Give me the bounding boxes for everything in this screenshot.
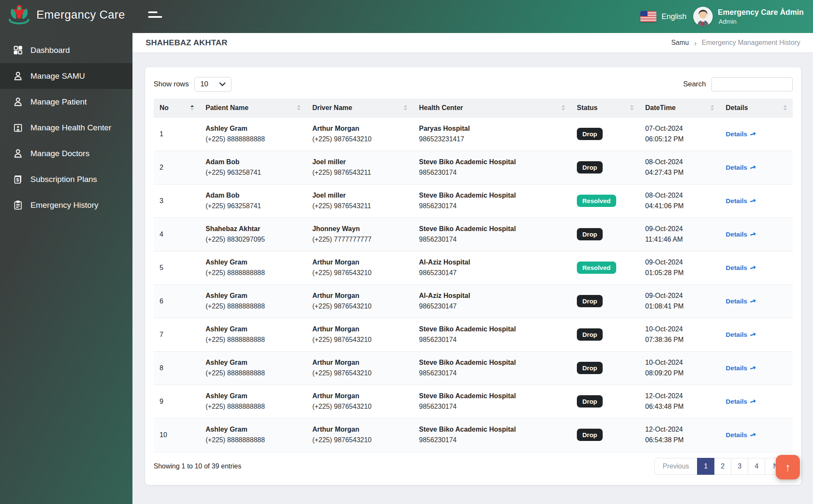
sidebar-item-manage-patient[interactable]: Manage Patient: [0, 89, 132, 115]
sidebar-item-label: Subscription Plans: [30, 175, 97, 184]
top-header: Emergancy Care English Eme: [0, 0, 813, 33]
cell-datetime: 09-Oct-202401:05:28 PM: [639, 251, 720, 284]
column-header-status[interactable]: Status: [571, 99, 639, 117]
cell-patient: Ashley Gram(+225) 8888888888: [200, 284, 306, 318]
details-link[interactable]: Details➞: [726, 297, 756, 306]
cell-status: Resolved: [571, 251, 639, 284]
sidebar-item-dashboard[interactable]: Dashboard: [0, 37, 132, 63]
details-link[interactable]: Details➞: [726, 129, 756, 138]
show-rows-label: Show rows: [154, 80, 189, 88]
scroll-top-button[interactable]: ↑: [776, 455, 800, 479]
table-controls: Show rows 10 Search: [154, 67, 793, 99]
cell-datetime: 09-Oct-202401:08:41 PM: [639, 284, 720, 318]
page-button-4[interactable]: 4: [748, 458, 765, 475]
cell-no: 5: [154, 251, 200, 284]
arrow-right-icon: ➞: [749, 329, 757, 339]
search-input[interactable]: [711, 77, 793, 91]
column-header-details[interactable]: Details: [720, 99, 793, 117]
page-button-2[interactable]: 2: [714, 458, 731, 475]
column-header-datetime[interactable]: DateTime: [639, 99, 720, 117]
cell-datetime: 08-Oct-202404:41:06 PM: [639, 184, 720, 218]
details-link[interactable]: Details➞: [726, 230, 756, 239]
user-avatar: [693, 7, 713, 26]
sidebar-item-subscription-plans[interactable]: $ Subscription Plans: [0, 166, 132, 192]
status-badge: Drop: [577, 395, 603, 408]
details-link[interactable]: Details➞: [726, 397, 756, 406]
details-link[interactable]: Details➞: [726, 196, 756, 205]
sidebar-item-manage-doctors[interactable]: Manage Doctors: [0, 140, 132, 166]
cell-patient: Adam Bob(+225) 963258741: [200, 184, 306, 218]
content-area: Show rows 10 Search No P: [132, 52, 813, 504]
details-link[interactable]: Details➞: [726, 163, 756, 172]
breadcrumb-parent[interactable]: Samu: [671, 39, 689, 47]
cell-health-center: Steve Biko Academic Hospital9856230174: [413, 385, 571, 418]
cell-driver: Joel miller(+225) 9876543211: [306, 151, 413, 184]
status-badge: Drop: [577, 295, 603, 307]
cell-datetime: 09-Oct-202411:41:46 AM: [639, 218, 720, 251]
hospital-icon: [13, 122, 23, 133]
cell-datetime: 08-Oct-202404:27:43 PM: [639, 151, 720, 184]
breadcrumb: Samu › Emergency Management History: [671, 39, 800, 47]
brand[interactable]: Emergancy Care: [6, 3, 125, 26]
person-icon: [13, 96, 23, 107]
column-header-patient-name[interactable]: Patient Name: [200, 99, 306, 117]
page-header-bar: SHAHEBAZ AKHTAR Samu › Emergency Managem…: [132, 33, 813, 52]
column-header-no[interactable]: No: [154, 99, 200, 117]
table-header-row: No Patient Name Driver Name Health Cente…: [154, 99, 793, 117]
cell-details: Details➞: [720, 151, 793, 184]
status-badge: Drop: [577, 128, 603, 140]
cell-driver: Jhonney Wayn(+225) 7777777777: [306, 218, 413, 251]
cell-patient: Adam Bob(+225) 963258741: [200, 151, 306, 184]
cell-status: Drop: [571, 117, 639, 151]
cell-no: 1: [154, 117, 200, 151]
person-icon: [13, 71, 23, 81]
sidebar-item-label: Manage Doctors: [30, 149, 89, 158]
page-button-3[interactable]: 3: [731, 458, 748, 475]
cell-health-center: Al-Aziz Hospital9865230147: [413, 251, 571, 284]
previous-page-button[interactable]: Previous: [654, 458, 697, 475]
column-header-driver-name[interactable]: Driver Name: [306, 99, 413, 117]
cell-no: 4: [154, 218, 200, 251]
sidebar-toggle-button[interactable]: [148, 11, 162, 21]
table-row: 1 Ashley Gram(+225) 8888888888 Arthur Mo…: [154, 117, 793, 151]
user-menu[interactable]: Emergency Care Àdmin Admin: [693, 7, 804, 26]
brand-name: Emergancy Care: [36, 8, 125, 22]
details-link[interactable]: Details➞: [726, 364, 756, 372]
column-header-health-center[interactable]: Health Center: [413, 99, 571, 117]
details-link[interactable]: Details➞: [726, 330, 756, 339]
invoice-dollar-icon: $: [13, 174, 23, 185]
sidebar-item-label: Manage Health Center: [30, 123, 111, 132]
language-selector[interactable]: English: [640, 11, 686, 22]
arrow-right-icon: ➞: [749, 396, 757, 406]
breadcrumb-current: Emergency Management History: [702, 39, 800, 47]
person-icon: [13, 148, 23, 159]
sidebar: Dashboard Manage SAMU Manage Patient Man…: [0, 33, 132, 504]
cell-status: Drop: [571, 385, 639, 418]
arrow-right-icon: ➞: [749, 363, 757, 373]
page-title: SHAHEBAZ AKHTAR: [146, 38, 227, 47]
cell-health-center: Paryas Hospital986523231417: [413, 117, 571, 151]
sidebar-item-label: Manage SAMU: [30, 72, 85, 81]
sort-icon: [630, 105, 634, 110]
dashboard-grid-icon: [13, 45, 23, 55]
arrow-right-icon: ➞: [749, 296, 757, 306]
table-footer: Showing 1 to 10 of 39 entries Previous 1…: [154, 452, 793, 480]
cell-status: Drop: [571, 218, 639, 251]
cell-no: 9: [154, 385, 200, 418]
cell-details: Details➞: [720, 318, 793, 351]
main-area: SHAHEBAZ AKHTAR Samu › Emergency Managem…: [132, 33, 813, 504]
cell-details: Details➞: [720, 351, 793, 385]
details-link[interactable]: Details➞: [726, 430, 756, 439]
arrow-right-icon: ➞: [749, 430, 757, 440]
arrow-right-icon: ➞: [749, 262, 757, 273]
sidebar-item-manage-health-center[interactable]: Manage Health Center: [0, 115, 132, 140]
rows-per-page-select[interactable]: 10: [194, 77, 231, 92]
cell-status: Drop: [571, 284, 639, 318]
sidebar-item-manage-samu[interactable]: Manage SAMU: [0, 63, 132, 89]
details-link[interactable]: Details➞: [726, 263, 756, 272]
cell-status: Drop: [571, 151, 639, 184]
cell-no: 8: [154, 351, 200, 385]
page-button-1[interactable]: 1: [697, 458, 714, 475]
sidebar-item-emergency-history[interactable]: Emergency History: [0, 192, 132, 218]
cell-driver: Arthur Morgan(+225) 9876543210: [306, 385, 413, 418]
